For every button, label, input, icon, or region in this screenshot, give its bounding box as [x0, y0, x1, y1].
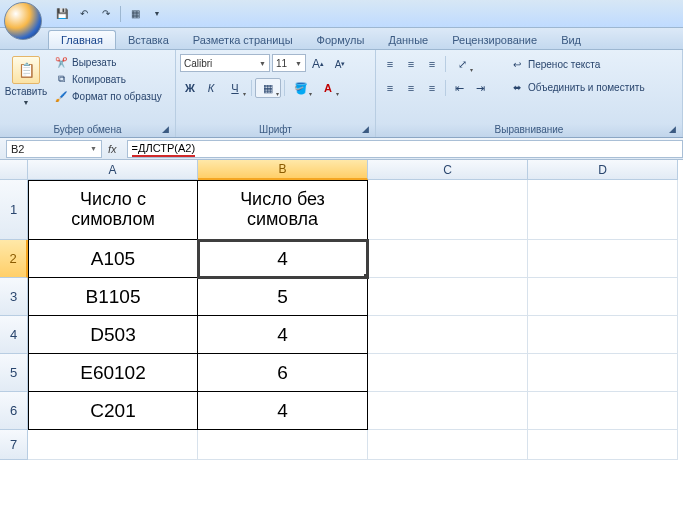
cut-label: Вырезать: [72, 57, 116, 68]
align-middle-button[interactable]: ≡: [401, 54, 421, 74]
cell-C3[interactable]: [368, 278, 528, 316]
name-box-value: B2: [11, 143, 24, 155]
separator: [251, 80, 252, 96]
separator: [445, 80, 446, 96]
row-header-6[interactable]: 6: [0, 392, 28, 430]
group-title-alignment: Выравнивание◢: [380, 123, 678, 137]
window-layout-icon[interactable]: ▦: [125, 4, 145, 24]
formula-input[interactable]: =ДЛСТР(A2): [127, 140, 683, 158]
column-header-D[interactable]: D: [528, 160, 678, 180]
cell-B4[interactable]: 4: [198, 316, 368, 354]
tab-formulas[interactable]: Формулы: [305, 31, 377, 49]
borders-button[interactable]: ▦: [255, 78, 281, 98]
font-size-combo[interactable]: 11▼: [272, 54, 306, 72]
cell-D5[interactable]: [528, 354, 678, 392]
italic-button[interactable]: К: [201, 78, 221, 98]
row-header-5[interactable]: 5: [0, 354, 28, 392]
undo-icon[interactable]: ↶: [74, 4, 94, 24]
tab-home[interactable]: Главная: [48, 30, 116, 49]
increase-indent-button[interactable]: ⇥: [470, 78, 490, 98]
cell-A6[interactable]: C201: [28, 392, 198, 430]
align-left-button[interactable]: ≡: [380, 78, 400, 98]
save-icon[interactable]: 💾: [52, 4, 72, 24]
cell-A2[interactable]: A105: [28, 240, 198, 278]
font-name-value: Calibri: [184, 58, 212, 69]
cells-area[interactable]: Число ссимовломЧисло безсимовлаA1054B110…: [28, 180, 678, 460]
group-alignment: ≡ ≡ ≡ ⤢ ≡ ≡ ≡ ⇤ ⇥ ↩Перенос текста: [376, 50, 683, 137]
group-clipboard: 📋 Вставить ▼ ✂️Вырезать ⧉Копировать 🖌️Фо…: [0, 50, 176, 137]
copy-button[interactable]: ⧉Копировать: [51, 71, 165, 87]
row-header-2[interactable]: 2: [0, 240, 28, 278]
cell-A4[interactable]: D503: [28, 316, 198, 354]
qa-customize-icon[interactable]: ▼: [147, 4, 167, 24]
cell-C6[interactable]: [368, 392, 528, 430]
row-header-3[interactable]: 3: [0, 278, 28, 316]
font-color-button[interactable]: A: [315, 78, 341, 98]
column-header-A[interactable]: A: [28, 160, 198, 180]
dialog-launcher-icon[interactable]: ◢: [362, 124, 369, 134]
increase-font-button[interactable]: A▴: [308, 54, 328, 74]
dialog-launcher-icon[interactable]: ◢: [669, 124, 676, 134]
align-center-button[interactable]: ≡: [401, 78, 421, 98]
cell-B3[interactable]: 5: [198, 278, 368, 316]
title-bar: 💾 ↶ ↷ ▦ ▼: [0, 0, 683, 28]
align-right-button[interactable]: ≡: [422, 78, 442, 98]
font-name-combo[interactable]: Calibri▼: [180, 54, 270, 72]
cell-B5[interactable]: 6: [198, 354, 368, 392]
bold-button[interactable]: Ж: [180, 78, 200, 98]
fill-color-button[interactable]: 🪣: [288, 78, 314, 98]
tab-page-layout[interactable]: Разметка страницы: [181, 31, 305, 49]
cell-D6[interactable]: [528, 392, 678, 430]
tab-data[interactable]: Данные: [376, 31, 440, 49]
redo-icon[interactable]: ↷: [96, 4, 116, 24]
row-header-7[interactable]: 7: [0, 430, 28, 460]
cell-A5[interactable]: E60102: [28, 354, 198, 392]
name-box[interactable]: B2 ▼: [6, 140, 102, 158]
align-bottom-button[interactable]: ≡: [422, 54, 442, 74]
wrap-text-button[interactable]: ↩Перенос текста: [507, 57, 648, 73]
copy-label: Копировать: [72, 74, 126, 85]
group-title-font: Шрифт◢: [180, 123, 371, 137]
orientation-button[interactable]: ⤢: [449, 54, 475, 74]
cell-D1[interactable]: [528, 180, 678, 240]
column-header-B[interactable]: B: [198, 160, 368, 180]
cell-D3[interactable]: [528, 278, 678, 316]
formula-bar-buttons: fx: [108, 143, 121, 155]
office-button[interactable]: [4, 2, 42, 40]
align-top-button[interactable]: ≡: [380, 54, 400, 74]
cell-B6[interactable]: 4: [198, 392, 368, 430]
tab-review[interactable]: Рецензирование: [440, 31, 549, 49]
select-all-corner[interactable]: [0, 160, 28, 180]
tab-insert[interactable]: Вставка: [116, 31, 181, 49]
paste-button[interactable]: 📋 Вставить ▼: [4, 54, 48, 108]
copy-icon: ⧉: [54, 72, 68, 86]
cell-C7[interactable]: [368, 430, 528, 460]
cell-D2[interactable]: [528, 240, 678, 278]
cell-B1[interactable]: Число безсимовла: [198, 180, 368, 240]
worksheet-grid[interactable]: ABCD 1234567 Число ссимовломЧисло безсим…: [0, 160, 683, 510]
fx-icon[interactable]: fx: [108, 143, 117, 155]
cell-A3[interactable]: B1105: [28, 278, 198, 316]
row-header-1[interactable]: 1: [0, 180, 28, 240]
cell-C1[interactable]: [368, 180, 528, 240]
cell-D4[interactable]: [528, 316, 678, 354]
cell-A1[interactable]: Число ссимовлом: [28, 180, 198, 240]
merge-center-button[interactable]: ⬌Объединить и поместить: [507, 79, 648, 95]
cell-D7[interactable]: [528, 430, 678, 460]
row-headers: 1234567: [0, 180, 28, 460]
underline-button[interactable]: Ч: [222, 78, 248, 98]
row-header-4[interactable]: 4: [0, 316, 28, 354]
decrease-indent-button[interactable]: ⇤: [449, 78, 469, 98]
cell-C4[interactable]: [368, 316, 528, 354]
tab-view[interactable]: Вид: [549, 31, 593, 49]
format-painter-button[interactable]: 🖌️Формат по образцу: [51, 88, 165, 104]
cut-button[interactable]: ✂️Вырезать: [51, 54, 165, 70]
column-header-C[interactable]: C: [368, 160, 528, 180]
dialog-launcher-icon[interactable]: ◢: [162, 124, 169, 134]
cell-B2[interactable]: 4: [198, 240, 368, 278]
cell-A7[interactable]: [28, 430, 198, 460]
cell-C5[interactable]: [368, 354, 528, 392]
cell-B7[interactable]: [198, 430, 368, 460]
decrease-font-button[interactable]: A▾: [330, 54, 350, 74]
cell-C2[interactable]: [368, 240, 528, 278]
